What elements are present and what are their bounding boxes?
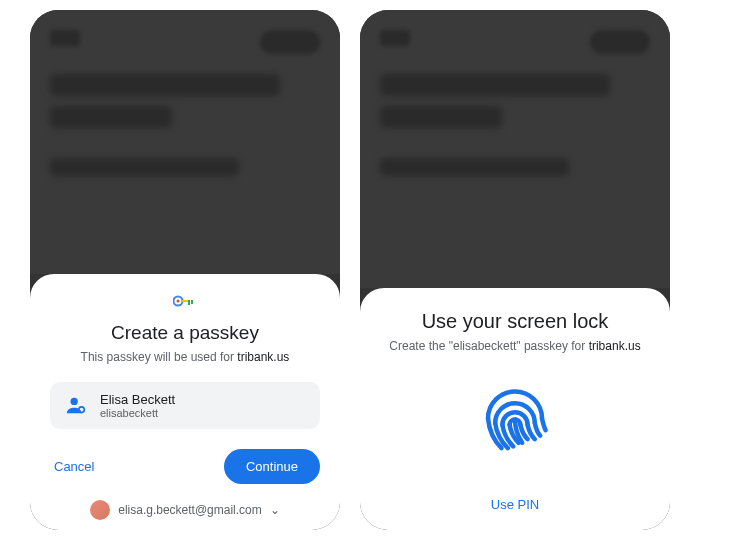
cancel-button[interactable]: Cancel bbox=[50, 451, 98, 482]
svg-point-5 bbox=[71, 397, 78, 404]
phone-left: Create a passkey This passkey will be us… bbox=[30, 10, 340, 530]
create-passkey-sheet: Create a passkey This passkey will be us… bbox=[30, 274, 340, 530]
svg-point-6 bbox=[79, 406, 85, 412]
chevron-down-icon: ⌄ bbox=[270, 503, 280, 517]
person-icon bbox=[64, 394, 88, 418]
subtitle-text: Create the "elisabeckett" passkey for bbox=[389, 339, 588, 353]
continue-button[interactable]: Continue bbox=[224, 449, 320, 484]
phone-right: Use your screen lock Create the "elisabe… bbox=[360, 10, 670, 530]
fingerprint-icon[interactable] bbox=[380, 369, 650, 459]
sheet-title: Create a passkey bbox=[50, 322, 320, 344]
subtitle-text: This passkey will be used for bbox=[81, 350, 238, 364]
subtitle-domain: tribank.us bbox=[589, 339, 641, 353]
sheet-subtitle: Create the "elisabeckett" passkey for tr… bbox=[380, 339, 650, 353]
account-chip[interactable]: Elisa Beckett elisabeckett bbox=[50, 382, 320, 429]
background-dim bbox=[30, 10, 340, 274]
subtitle-domain: tribank.us bbox=[237, 350, 289, 364]
svg-point-1 bbox=[177, 300, 180, 303]
background-dim bbox=[360, 10, 670, 288]
passkey-icon bbox=[50, 292, 320, 310]
sheet-title: Use your screen lock bbox=[380, 310, 650, 333]
account-name: Elisa Beckett bbox=[100, 392, 175, 407]
account-username: elisabeckett bbox=[100, 407, 175, 419]
avatar bbox=[90, 500, 110, 520]
svg-rect-3 bbox=[188, 300, 190, 305]
screen-lock-sheet: Use your screen lock Create the "elisabe… bbox=[360, 288, 670, 530]
footer-email: elisa.g.beckett@gmail.com bbox=[118, 503, 262, 517]
account-selector[interactable]: elisa.g.beckett@gmail.com ⌄ bbox=[50, 500, 320, 520]
sheet-subtitle: This passkey will be used for tribank.us bbox=[50, 350, 320, 364]
use-pin-button[interactable]: Use PIN bbox=[483, 489, 547, 520]
svg-rect-4 bbox=[191, 300, 193, 304]
button-row: Cancel Continue bbox=[50, 449, 320, 484]
